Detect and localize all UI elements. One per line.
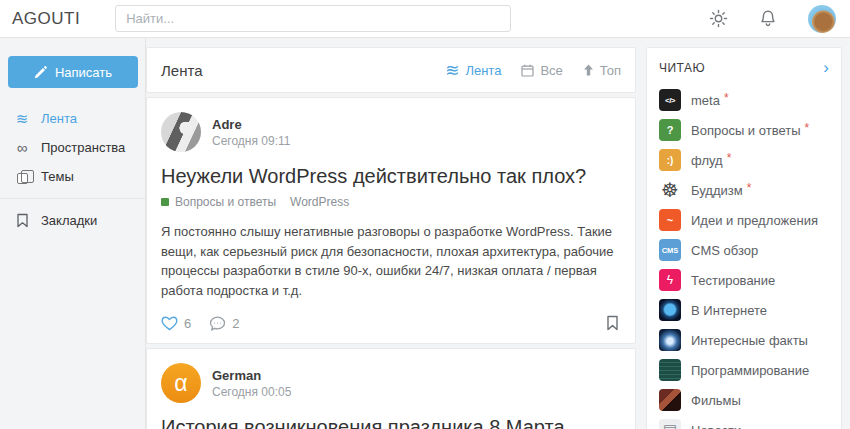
- feed-waves-icon: ≋: [445, 62, 459, 79]
- reading-widget: ЧИТАЮ › </> meta * ? Вопросы и ответы * …: [646, 47, 842, 429]
- post-card: Adre Сегодня 09:11 Неужели WordPress дей…: [146, 97, 636, 344]
- calendar-icon: [521, 64, 534, 77]
- reading-item-facts[interactable]: Интересные факты: [659, 325, 829, 355]
- bookmark-icon: [12, 213, 32, 228]
- globe-icon: [659, 299, 681, 321]
- post-body: Я постоянно слышу негативные разговоры о…: [161, 222, 619, 300]
- reading-item-label: Буддизм: [691, 183, 743, 198]
- post-timestamp: Сегодня 09:11: [212, 134, 290, 148]
- reading-item-internet[interactable]: В Интернете: [659, 295, 829, 325]
- question-icon: ?: [659, 119, 681, 141]
- bookmark-post-button[interactable]: [606, 315, 619, 331]
- infinity-icon: ∞: [12, 140, 32, 155]
- new-posts-marker: *: [747, 181, 752, 195]
- tab-label: Все: [540, 63, 562, 78]
- category-label: Вопросы и ответы: [175, 195, 276, 209]
- sidebar-item-bookmarks[interactable]: Закладки: [0, 206, 145, 235]
- stacked-squares-icon: [12, 170, 32, 184]
- heart-icon: [161, 316, 178, 331]
- newspaper-icon: ▤: [659, 419, 681, 429]
- post-category[interactable]: Вопросы и ответы: [161, 195, 276, 209]
- reading-item-cms[interactable]: CMS CMS обзор: [659, 235, 829, 265]
- sidebar-item-spaces[interactable]: ∞ Пространства: [0, 133, 145, 162]
- pencil-icon: [34, 66, 47, 79]
- comments-button[interactable]: 2: [209, 316, 239, 331]
- reading-item-label: Новости: [691, 423, 741, 429]
- lightning-icon: ϟ: [659, 269, 681, 291]
- sidebar-divider: [0, 198, 145, 199]
- dharma-wheel-icon: ☸: [659, 179, 681, 201]
- post-author-name[interactable]: German: [212, 368, 291, 383]
- tab-feed[interactable]: ≋ Лента: [445, 62, 501, 79]
- cms-icon: CMS: [659, 239, 681, 261]
- sidebar-item-feed[interactable]: ≋ Лента: [0, 104, 145, 133]
- terminal-icon: [659, 359, 681, 381]
- reading-item-ideas[interactable]: ~ Идеи и предложения: [659, 205, 829, 235]
- reading-item-testing[interactable]: ϟ Тестирование: [659, 265, 829, 295]
- reading-item-label: Идеи и предложения: [691, 213, 818, 228]
- tab-all[interactable]: Все: [521, 63, 562, 78]
- tab-top[interactable]: Топ: [583, 63, 621, 78]
- left-sidebar: Написать ≋ Лента ∞ Пространства Темы Зак…: [0, 38, 146, 429]
- reading-item-label: В Интернете: [691, 303, 767, 318]
- write-post-button[interactable]: Написать: [8, 56, 138, 88]
- like-button[interactable]: 6: [161, 316, 191, 331]
- feed-waves-icon: ≋: [12, 111, 32, 126]
- code-icon: </>: [659, 89, 681, 111]
- reading-item-label: Вопросы и ответы: [691, 123, 800, 138]
- reading-item-label: Фильмы: [691, 393, 741, 408]
- reading-item-flood[interactable]: :) флуд *: [659, 145, 829, 175]
- reading-item-questions[interactable]: ? Вопросы и ответы *: [659, 115, 829, 145]
- sidebar-item-label: Темы: [41, 169, 74, 184]
- post-title[interactable]: История возникновения праздника 8 Марта: [161, 416, 619, 429]
- post-author-avatar[interactable]: α: [161, 363, 201, 403]
- reading-title: ЧИТАЮ: [659, 61, 705, 75]
- sidebar-item-label: Лента: [41, 111, 77, 126]
- feed-header: Лента ≋ Лента Все: [146, 47, 636, 93]
- post-timestamp: Сегодня 00:05: [212, 385, 291, 399]
- arrow-up-icon: [583, 64, 594, 76]
- reading-item-news[interactable]: ▤ Новости: [659, 415, 829, 429]
- category-color-square: [161, 198, 169, 206]
- reading-item-label: Интересные факты: [691, 333, 808, 348]
- sidebar-item-topics[interactable]: Темы: [0, 162, 145, 191]
- reading-item-meta[interactable]: </> meta *: [659, 85, 829, 115]
- reading-item-programming[interactable]: Программирование: [659, 355, 829, 385]
- app-logo: AGOUTI: [12, 9, 80, 29]
- sidebar-item-label: Пространства: [41, 140, 125, 155]
- user-avatar[interactable]: [808, 5, 836, 33]
- reading-item-label: Программирование: [691, 363, 809, 378]
- wave-icon: ~: [659, 209, 681, 231]
- new-posts-marker: *: [724, 91, 729, 105]
- theme-sun-icon[interactable]: [708, 9, 728, 29]
- new-posts-marker: *: [804, 121, 809, 135]
- reading-item-movies[interactable]: Фильмы: [659, 385, 829, 415]
- tab-label: Лента: [465, 63, 501, 78]
- chevron-right-icon[interactable]: ›: [823, 62, 829, 74]
- like-count: 6: [184, 316, 191, 331]
- page-title: Лента: [161, 62, 203, 79]
- tab-label: Топ: [600, 63, 621, 78]
- reading-item-buddhism[interactable]: ☸ Буддизм *: [659, 175, 829, 205]
- reading-item-label: флуд: [691, 153, 723, 168]
- post-author-name[interactable]: Adre: [212, 117, 290, 132]
- notifications-bell-icon[interactable]: [758, 9, 778, 29]
- reading-item-label: meta: [691, 93, 720, 108]
- top-bar: AGOUTI: [0, 0, 850, 38]
- right-sidebar: ЧИТАЮ › </> meta * ? Вопросы и ответы * …: [646, 38, 842, 429]
- post-tag[interactable]: WordPress: [290, 195, 349, 209]
- movie-icon: [659, 389, 681, 411]
- reading-item-label: Тестирование: [691, 273, 775, 288]
- sidebar-item-label: Закладки: [41, 213, 97, 228]
- search-input[interactable]: [115, 5, 511, 32]
- write-post-label: Написать: [55, 65, 112, 80]
- feed-column: Лента ≋ Лента Все: [146, 38, 636, 429]
- smiley-icon: :): [659, 149, 681, 171]
- reading-item-label: CMS обзор: [691, 243, 758, 258]
- comment-count: 2: [232, 316, 239, 331]
- post-author-avatar[interactable]: [161, 112, 201, 152]
- new-posts-marker: *: [727, 151, 732, 165]
- comment-bubble-icon: [209, 316, 226, 331]
- post-title[interactable]: Неужели WordPress действительно так плох…: [161, 165, 619, 188]
- post-card: α German Сегодня 00:05 История возникнов…: [146, 348, 636, 429]
